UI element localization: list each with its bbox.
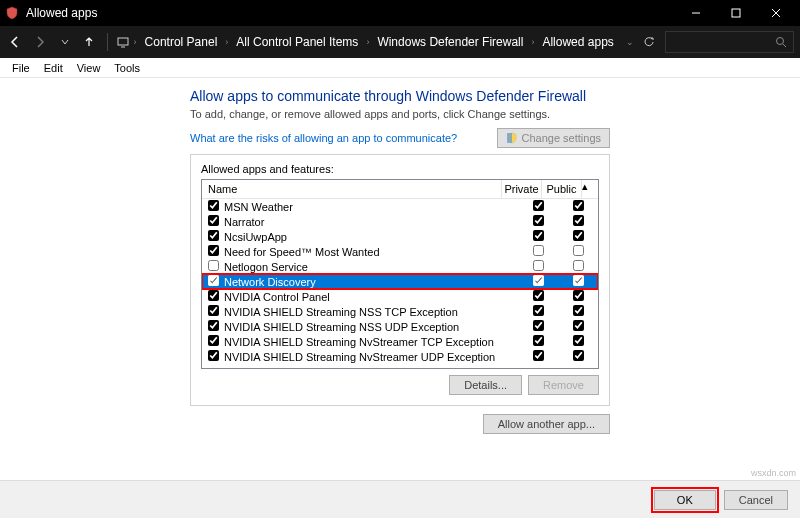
details-button[interactable]: Details... (449, 375, 522, 395)
list-item[interactable]: NVIDIA SHIELD Streaming NSS UDP Exceptio… (202, 319, 598, 334)
scroll-up-icon[interactable]: ▴ (582, 180, 598, 198)
app-enable-checkbox[interactable] (206, 290, 220, 303)
private-checkbox[interactable] (518, 230, 558, 243)
list-item[interactable]: Need for Speed™ Most Wanted (202, 244, 598, 259)
public-checkbox[interactable] (558, 305, 598, 318)
breadcrumb-item[interactable]: Allowed apps (538, 33, 617, 51)
list-item[interactable]: NVIDIA SHIELD Streaming SSAS UDP Excepti… (202, 364, 598, 365)
public-checkbox[interactable] (558, 200, 598, 213)
close-button[interactable] (756, 0, 796, 26)
breadcrumb-item[interactable]: Windows Defender Firewall (373, 33, 527, 51)
app-enable-checkbox[interactable] (206, 335, 220, 348)
menu-view[interactable]: View (71, 60, 107, 76)
private-checkbox[interactable] (518, 260, 558, 273)
list-item[interactable]: Netlogon Service (202, 259, 598, 274)
public-checkbox[interactable] (558, 335, 598, 348)
private-checkbox[interactable] (518, 245, 558, 258)
app-enable-checkbox[interactable] (206, 320, 220, 333)
private-checkbox[interactable] (518, 290, 558, 303)
breadcrumb-item[interactable]: Control Panel (141, 33, 222, 51)
app-name: Network Discovery (224, 276, 518, 288)
list-item[interactable]: Network Discovery (202, 274, 598, 289)
refresh-button[interactable] (640, 31, 659, 53)
search-input[interactable] (665, 31, 795, 53)
private-checkbox[interactable] (518, 200, 558, 213)
list-header: Name Private Public ▴ (202, 180, 598, 199)
minimize-button[interactable] (676, 0, 716, 26)
ok-button[interactable]: OK (654, 490, 716, 510)
list-body[interactable]: MSN WeatherNarratorNcsiUwpAppNeed for Sp… (202, 199, 598, 365)
firewall-icon (4, 5, 20, 21)
panel-title: Allowed apps and features: (201, 163, 599, 175)
maximize-button[interactable] (716, 0, 756, 26)
pc-icon (116, 35, 130, 49)
private-checkbox[interactable] (518, 305, 558, 318)
breadcrumb[interactable]: › Control Panel › All Control Panel Item… (116, 33, 634, 51)
menu-tools[interactable]: Tools (108, 60, 146, 76)
apps-listbox[interactable]: Name Private Public ▴ MSN WeatherNarrato… (201, 179, 599, 369)
app-name: Narrator (224, 216, 518, 228)
app-enable-checkbox[interactable] (206, 245, 220, 258)
public-checkbox[interactable] (558, 260, 598, 273)
app-enable-checkbox[interactable] (206, 305, 220, 318)
list-item[interactable]: NVIDIA SHIELD Streaming NvStreamer UDP E… (202, 349, 598, 364)
list-item[interactable]: NcsiUwpApp (202, 229, 598, 244)
menu-file[interactable]: File (6, 60, 36, 76)
breadcrumb-item[interactable]: All Control Panel Items (232, 33, 362, 51)
chevron-right-icon: › (531, 37, 534, 47)
app-enable-checkbox[interactable] (206, 230, 220, 243)
svg-rect-8 (507, 133, 512, 143)
col-public[interactable]: Public (542, 180, 582, 198)
footer: OK Cancel (0, 480, 800, 518)
app-enable-checkbox[interactable] (206, 215, 220, 228)
public-checkbox[interactable] (558, 230, 598, 243)
app-enable-checkbox[interactable] (206, 200, 220, 213)
chevron-right-icon: › (134, 37, 137, 47)
app-name: NVIDIA SHIELD Streaming NSS TCP Exceptio… (224, 306, 518, 318)
app-enable-checkbox[interactable] (206, 275, 220, 288)
search-icon (775, 36, 787, 48)
back-button[interactable] (6, 31, 25, 53)
titlebar: Allowed apps (0, 0, 800, 26)
public-checkbox[interactable] (558, 245, 598, 258)
svg-rect-1 (732, 9, 740, 17)
forward-button[interactable] (31, 31, 50, 53)
menu-edit[interactable]: Edit (38, 60, 69, 76)
col-private[interactable]: Private (502, 180, 542, 198)
list-item[interactable]: MSN Weather (202, 199, 598, 214)
recent-button[interactable] (55, 31, 74, 53)
app-enable-checkbox[interactable] (206, 260, 220, 273)
svg-line-7 (783, 44, 786, 47)
list-item[interactable]: NVIDIA SHIELD Streaming NSS TCP Exceptio… (202, 304, 598, 319)
col-name[interactable]: Name (202, 180, 502, 198)
allow-another-app-button[interactable]: Allow another app... (483, 414, 610, 434)
public-checkbox[interactable] (558, 350, 598, 363)
change-settings-button[interactable]: Change settings (497, 128, 611, 148)
public-checkbox[interactable] (558, 215, 598, 228)
list-item[interactable]: NVIDIA SHIELD Streaming NvStreamer TCP E… (202, 334, 598, 349)
app-name: NcsiUwpApp (224, 231, 518, 243)
app-name: NVIDIA SHIELD Streaming NSS UDP Exceptio… (224, 321, 518, 333)
svg-rect-4 (118, 38, 128, 45)
public-checkbox[interactable] (558, 320, 598, 333)
navbar: › Control Panel › All Control Panel Item… (0, 26, 800, 58)
list-item[interactable]: NVIDIA Control Panel (202, 289, 598, 304)
window-title: Allowed apps (26, 6, 676, 20)
app-name: NVIDIA SHIELD Streaming NvStreamer UDP E… (224, 351, 518, 363)
up-button[interactable] (80, 31, 99, 53)
list-item[interactable]: Narrator (202, 214, 598, 229)
app-enable-checkbox[interactable] (206, 350, 220, 363)
watermark: wsxdn.com (751, 468, 796, 478)
page-heading: Allow apps to communicate through Window… (190, 88, 800, 104)
remove-button: Remove (528, 375, 599, 395)
public-checkbox[interactable] (558, 290, 598, 303)
private-checkbox[interactable] (518, 275, 558, 288)
private-checkbox[interactable] (518, 320, 558, 333)
public-checkbox[interactable] (558, 275, 598, 288)
private-checkbox[interactable] (518, 350, 558, 363)
private-checkbox[interactable] (518, 335, 558, 348)
private-checkbox[interactable] (518, 215, 558, 228)
chevron-down-icon[interactable]: ⌄ (626, 37, 634, 47)
risks-link[interactable]: What are the risks of allowing an app to… (190, 132, 457, 144)
cancel-button[interactable]: Cancel (724, 490, 788, 510)
